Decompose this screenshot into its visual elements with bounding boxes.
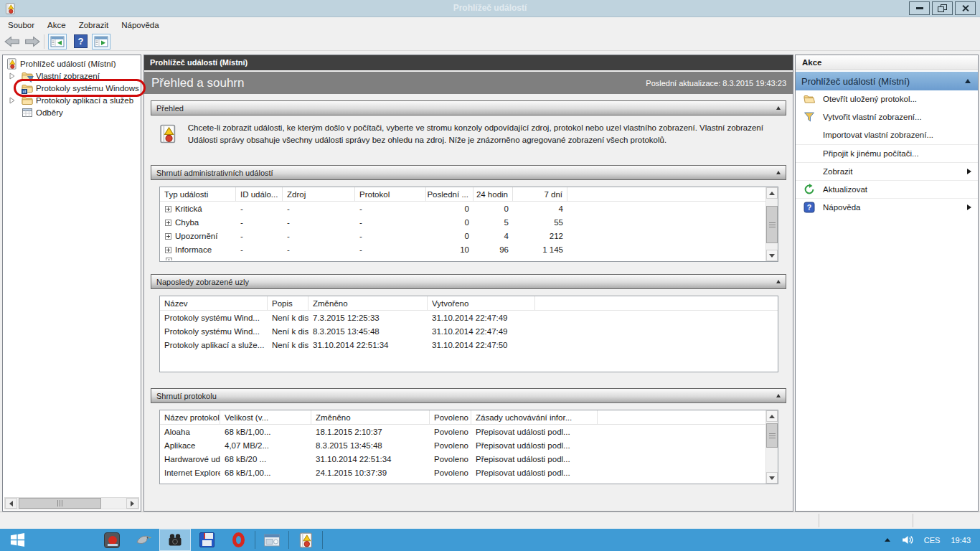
menu-akce[interactable]: Akce (41, 18, 72, 32)
column-header[interactable]: Zásady uchovávání infor... (471, 410, 598, 424)
back-arrow-icon[interactable] (4, 36, 20, 47)
column-header[interactable]: Vytvořeno (428, 296, 535, 310)
action-refresh[interactable]: Aktualizovat (796, 180, 978, 198)
column-header[interactable]: 7 dní (513, 187, 567, 201)
action-open-saved-log[interactable]: Otevřít uložený protokol... (796, 90, 978, 108)
table-row[interactable]: Hardwarové události68 kB/20 ...31.10.201… (160, 452, 778, 466)
scroll-left-button[interactable] (5, 498, 17, 509)
expand-triangle-icon[interactable] (9, 97, 15, 104)
collapse-arrow-icon[interactable] (776, 106, 781, 110)
table-row[interactable]: Protokoly systému Wind...Není k dis... 8… (160, 324, 778, 338)
taskbar-app-event-viewer[interactable] (290, 529, 321, 551)
help-toolbar-icon[interactable]: ? (74, 34, 88, 48)
expand-triangle-icon[interactable] (9, 72, 15, 80)
start-button[interactable] (0, 529, 34, 551)
column-header[interactable]: Zdroj (283, 187, 355, 201)
action-connect-other-computer[interactable]: Připojit k jinému počítači... (796, 144, 978, 162)
show-hidden-icons-arrow[interactable] (885, 538, 890, 542)
section-header-admin-summary[interactable]: Shrnutí administrativních událostí (151, 165, 786, 180)
table-row[interactable]: Kritická --- 004 (160, 202, 778, 215)
action-view[interactable]: Zobrazit (796, 162, 978, 180)
expand-plus-icon[interactable] (165, 220, 171, 226)
section-header-recent-nodes[interactable]: Naposledy zobrazené uzly (151, 274, 786, 289)
scroll-down-button[interactable] (766, 472, 778, 484)
section-header-overview[interactable]: Přehled (151, 100, 786, 116)
column-header[interactable]: Velikost (v... (220, 410, 311, 424)
close-button[interactable] (955, 1, 976, 15)
tree-item-protokoly-systemu-windows[interactable]: Protokoly systému Windows (3, 82, 141, 94)
table-row[interactable]: Upozornění --- 04212 (160, 229, 778, 242)
language-indicator[interactable]: CES (924, 536, 941, 545)
scroll-thumb[interactable] (766, 423, 778, 448)
taskbar-app-opera[interactable] (222, 529, 254, 551)
speaker-icon[interactable] (901, 534, 913, 546)
table-row[interactable]: Informace --- 10961 145 (160, 242, 778, 256)
clock[interactable]: 19:43 (951, 536, 971, 545)
tree-item-odbery[interactable]: Odběry (3, 106, 141, 118)
scroll-track[interactable] (17, 498, 126, 509)
column-header[interactable]: Typ události (160, 187, 236, 201)
column-header[interactable]: ID událo... (236, 187, 283, 201)
expand-plus-icon[interactable] (165, 233, 171, 240)
window-titlebar[interactable]: Prohlížeč událostí (0, 0, 980, 17)
table-row[interactable]: Aplikace4,07 MB/2...8.3.2015 13:45:48 Po… (160, 438, 778, 452)
tree-item-label: Protokoly systému Windows (36, 84, 139, 93)
show-console-tree-button[interactable] (48, 34, 67, 50)
column-header[interactable]: Poslední ... (426, 187, 473, 201)
column-header[interactable]: Název (160, 296, 268, 310)
column-header[interactable]: Popis (268, 296, 308, 310)
actions-panel-title: Akce (796, 55, 978, 70)
scroll-up-button[interactable] (766, 410, 778, 422)
menu-soubor[interactable]: Soubor (1, 18, 41, 32)
table-row[interactable]: Protokoly systému Wind...Není k dis... 7… (160, 311, 778, 324)
show-action-pane-button[interactable] (92, 34, 110, 50)
table-row[interactable]: Aloaha68 kB/1,00...18.1.2015 2:10:37 Pov… (160, 425, 778, 438)
action-create-custom-view[interactable]: Vytvořit vlastní zobrazení... (796, 108, 978, 126)
tree-item-vlastni-zobrazeni[interactable]: Vlastní zobrazení (3, 70, 141, 82)
collapse-arrow-icon[interactable] (776, 280, 781, 283)
table-row[interactable]: Protokoly aplikací a služe...Není k dis.… (160, 338, 778, 352)
expand-plus-icon[interactable] (165, 247, 171, 253)
menu-napoveda[interactable]: Nápověda (115, 18, 165, 32)
table-row[interactable]: Internet Explorer68 kB/1,00...24.1.2015 … (160, 466, 778, 479)
minimize-button[interactable] (909, 1, 930, 15)
action-import-custom-view[interactable]: Importovat vlastní zobrazení... (796, 126, 978, 144)
windows-logs-folder-icon (22, 83, 33, 94)
scroll-down-button[interactable] (766, 250, 778, 261)
scroll-thumb[interactable] (19, 498, 101, 509)
menu-zobrazit[interactable]: Zobrazit (72, 18, 116, 32)
event-viewer-icon (6, 58, 17, 70)
actions-group-header[interactable]: Prohlížeč událostí (Místní) (796, 72, 978, 90)
taskbar-app-active-camera[interactable] (159, 529, 191, 551)
action-help[interactable]: Nápověda (796, 198, 978, 216)
vertical-scrollbar[interactable] (765, 410, 778, 484)
scroll-thumb[interactable] (766, 206, 778, 243)
scroll-up-button[interactable] (766, 187, 778, 199)
column-header[interactable]: 24 hodin (473, 187, 513, 201)
taskbar-separator (288, 531, 289, 549)
tree-item-protokoly-aplikaci[interactable]: Protokoly aplikací a služeb (3, 94, 141, 106)
collapse-arrow-icon[interactable] (776, 171, 781, 174)
refresh-icon (804, 184, 815, 195)
taskbar-app-system-window[interactable] (256, 529, 288, 551)
taskbar-app-recorder[interactable] (96, 529, 128, 551)
collapse-arrow-icon[interactable] (776, 394, 781, 397)
expand-plus-icon[interactable] (165, 206, 171, 212)
scroll-right-button[interactable] (126, 498, 138, 509)
column-header[interactable]: Název protokolu (160, 410, 220, 424)
section-header-log-summary[interactable]: Shrnutí protokolu (151, 388, 786, 403)
restore-button[interactable] (932, 1, 953, 15)
status-separator (913, 514, 913, 527)
tree-horizontal-scrollbar[interactable] (4, 497, 139, 509)
forward-arrow-icon[interactable] (24, 36, 40, 47)
taskbar-app-bird[interactable] (128, 529, 159, 551)
column-header[interactable]: Změněno (311, 410, 430, 424)
column-header[interactable]: Povoleno (430, 410, 471, 424)
taskbar-app-save[interactable] (191, 529, 222, 551)
tree-root-event-viewer[interactable]: Prohlížeč událostí (Místní) (3, 57, 141, 70)
column-header[interactable]: Změněno (308, 296, 428, 310)
vertical-scrollbar[interactable] (765, 187, 778, 261)
table-row[interactable]: Chyba --- 0555 (160, 215, 778, 229)
column-header[interactable]: Protokol (355, 187, 426, 201)
collapse-arrow-icon[interactable] (965, 79, 971, 83)
